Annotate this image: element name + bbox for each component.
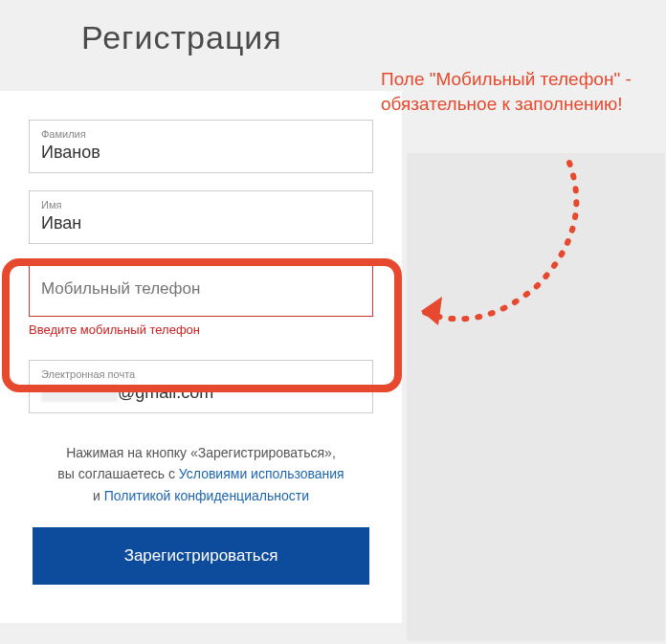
email-suffix: @gmail.com	[118, 383, 213, 403]
phone-field[interactable]	[29, 261, 373, 317]
phone-error: Введите мобильный телефон	[29, 322, 373, 337]
consent-line3-prefix: и	[93, 488, 104, 503]
consent-line1: Нажимая на кнопку «Зарегистрироваться»,	[66, 445, 336, 460]
name-field[interactable]: Имя	[29, 190, 373, 244]
redacted-bar	[29, 339, 249, 348]
consent-line2-prefix: вы соглашаетесь с	[57, 466, 179, 481]
email-field[interactable]: Электронная почта @gmail.com	[29, 360, 373, 413]
email-label: Электронная почта	[41, 368, 361, 380]
side-panel	[407, 153, 665, 641]
surname-label: Фамилия	[41, 128, 361, 140]
consent-text: Нажимая на кнопку «Зарегистрироваться», …	[17, 442, 385, 506]
privacy-link[interactable]: Политикой конфиденциальности	[104, 488, 309, 503]
page-title: Регистрация	[81, 19, 666, 56]
name-input[interactable]	[41, 213, 361, 233]
surname-field[interactable]: Фамилия	[29, 120, 373, 173]
surname-input[interactable]	[41, 143, 361, 163]
terms-link[interactable]: Условиями использования	[179, 466, 344, 481]
email-blurred-prefix	[41, 385, 118, 402]
annotation-text: Поле "Мобильный телефон" - обязательное …	[381, 67, 658, 116]
register-button[interactable]: Зарегистрироваться	[33, 527, 369, 585]
registration-form: Фамилия Имя Введите мобильный телефон Эл…	[0, 91, 402, 623]
name-label: Имя	[41, 199, 361, 211]
phone-input[interactable]	[41, 279, 361, 299]
